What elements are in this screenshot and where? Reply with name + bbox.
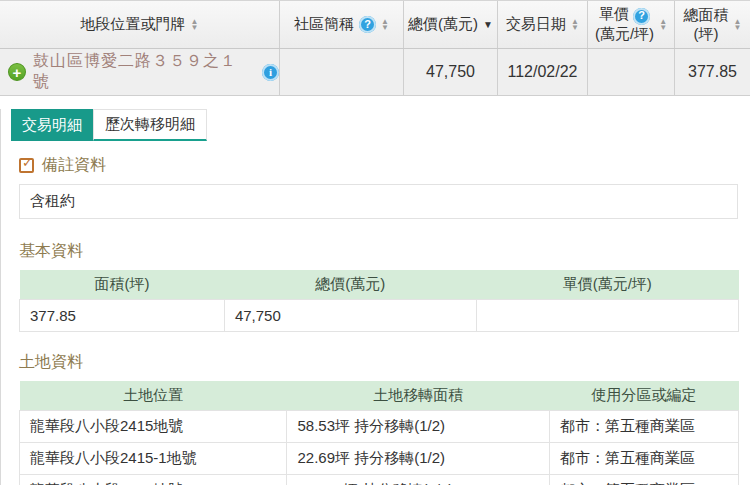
results-table-header: 地段位置或門牌 ▲▼ 社區簡稱 ? ▲▼ 總價(萬元) ▼ 交易日期 ▲▼ 單價… [0, 1, 750, 49]
land-zoning: 都市：第五種商業區 [549, 475, 738, 485]
land-location: 龍華段八小段2415-1地號 [20, 443, 287, 475]
section-title-text: 土地資料 [19, 352, 83, 373]
header-unit-price: 單價(萬元/坪) [476, 270, 738, 300]
tab-panel-body: 備註資料 含租約 基本資料 面積(坪) 總價(萬元) 單價(萬元/坪) 377.… [1, 141, 750, 485]
land-info-table: 土地位置 土地移轉面積 使用分區或編定 龍華段八小段2415地號 58.53坪 … [19, 381, 739, 485]
basic-section-title: 基本資料 [19, 241, 738, 262]
table-row: 377.85 47,750 [20, 300, 739, 332]
tab-bar: 交易明細 歷次轉移明細 [1, 109, 750, 141]
column-label: 總面積 (坪) [684, 6, 729, 44]
land-section-title: 土地資料 [19, 352, 738, 373]
table-row: 龍華段八小段2415-1地號 22.69坪 持分移轉(1/2) 都市：第五種商業… [20, 443, 739, 475]
community-cell [280, 49, 404, 95]
address-link[interactable]: 鼓山區博愛二路３５９之１號 [33, 51, 253, 93]
results-table: 地段位置或門牌 ▲▼ 社區簡稱 ? ▲▼ 總價(萬元) ▼ 交易日期 ▲▼ 單價… [0, 0, 750, 96]
checkbox-icon [19, 158, 34, 173]
sort-desc-icon[interactable]: ▼ [483, 20, 493, 30]
section-title-text: 基本資料 [19, 241, 83, 262]
land-header-row: 土地位置 土地移轉面積 使用分區或編定 [20, 381, 739, 411]
column-label: 單價 ? (萬元/坪) [595, 5, 654, 43]
note-content: 含租約 [19, 184, 738, 219]
total-price-cell: 47,750 [404, 49, 498, 95]
land-transfer-area: 58.53坪 持分移轉(1/2) [287, 411, 549, 443]
area-value: 377.85 [20, 300, 225, 332]
table-row: 龍華段八小段2416地號 168.04坪 持分移轉(1/2) 都市：第五種商業區 [20, 475, 739, 485]
column-label: 總價(萬元) [408, 15, 478, 34]
column-header-date[interactable]: 交易日期 ▲▼ [498, 1, 588, 48]
sort-icon[interactable]: ▲▼ [191, 19, 199, 31]
tab-transfer-history[interactable]: 歷次轉移明細 [93, 109, 207, 141]
header-land-location: 土地位置 [20, 381, 287, 411]
total-area-cell: 377.85 [675, 49, 750, 95]
land-zoning: 都市：第五種商業區 [549, 443, 738, 475]
total-price-value: 47,750 [224, 300, 476, 332]
table-row: 龍華段八小段2415地號 58.53坪 持分移轉(1/2) 都市：第五種商業區 [20, 411, 739, 443]
land-location: 龍華段八小段2416地號 [20, 475, 287, 485]
sort-icon[interactable]: ▲▼ [734, 19, 742, 31]
note-section-title: 備註資料 [19, 155, 738, 176]
unit-price-cell [588, 49, 675, 95]
column-header-community[interactable]: 社區簡稱 ? ▲▼ [280, 1, 404, 48]
sort-icon[interactable]: ▲▼ [381, 19, 389, 31]
land-location: 龍華段八小段2415地號 [20, 411, 287, 443]
info-icon[interactable]: i [262, 64, 279, 81]
header-land-transfer-area: 土地移轉面積 [287, 381, 549, 411]
detail-panel: 交易明細 歷次轉移明細 備註資料 含租約 基本資料 面積(坪) 總價(萬元) 單… [0, 109, 750, 485]
help-icon[interactable]: ? [633, 8, 650, 25]
column-label: 地段位置或門牌 [81, 15, 186, 34]
basic-header-row: 面積(坪) 總價(萬元) 單價(萬元/坪) [20, 270, 739, 300]
header-total-price: 總價(萬元) [224, 270, 476, 300]
land-zoning: 都市：第五種商業區 [549, 411, 738, 443]
column-label: 交易日期 [506, 15, 566, 34]
help-icon[interactable]: ? [359, 16, 376, 33]
column-header-total-area[interactable]: 總面積 (坪) ▲▼ [675, 1, 750, 48]
sort-icon[interactable]: ▲▼ [571, 19, 579, 31]
tab-transaction-detail[interactable]: 交易明細 [11, 109, 93, 141]
land-transfer-area: 168.04坪 持分移轉(1/2) [287, 475, 549, 485]
date-cell: 112/02/22 [498, 49, 588, 95]
column-label: 社區簡稱 [294, 15, 354, 34]
sort-icon[interactable]: ▲▼ [659, 19, 667, 31]
column-header-location[interactable]: 地段位置或門牌 ▲▼ [0, 1, 280, 48]
column-header-total-price[interactable]: 總價(萬元) ▼ [404, 1, 498, 48]
section-title-text: 備註資料 [42, 155, 106, 176]
land-transfer-area: 22.69坪 持分移轉(1/2) [287, 443, 549, 475]
header-area: 面積(坪) [20, 270, 225, 300]
header-land-zoning: 使用分區或編定 [549, 381, 738, 411]
expand-plus-icon[interactable]: + [8, 63, 26, 81]
basic-info-table: 面積(坪) 總價(萬元) 單價(萬元/坪) 377.85 47,750 [19, 270, 739, 332]
table-row[interactable]: + 鼓山區博愛二路３５９之１號 i 47,750 112/02/22 377.8… [0, 49, 750, 96]
unit-price-value [476, 300, 738, 332]
column-header-unit-price[interactable]: 單價 ? (萬元/坪) ▲▼ [588, 1, 675, 48]
address-cell: + 鼓山區博愛二路３５９之１號 i [0, 49, 280, 95]
